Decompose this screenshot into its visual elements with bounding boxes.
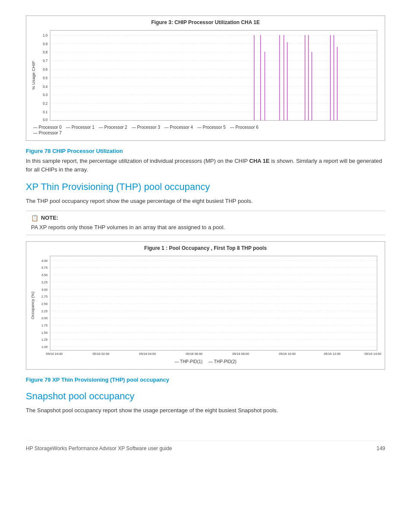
svg-text:0.6: 0.6 [43, 67, 47, 72]
footer: HP StorageWorks Performance Advisor XP S… [26, 441, 385, 451]
svg-text:0.9: 0.9 [43, 41, 47, 46]
svg-text:05/16 08:00: 05/16 08:00 [232, 352, 249, 356]
svg-rect-23 [50, 31, 377, 121]
svg-text:3.75: 3.75 [41, 266, 47, 270]
figure78-caption: Figure 78 CHIP Processor Utilization [26, 148, 385, 154]
svg-text:2.75: 2.75 [41, 295, 47, 299]
chart1-legend: — Processor 0 — Processor 1 — Processor … [30, 124, 381, 131]
section2-body: The Snapshot pool occupancy report show … [26, 406, 385, 415]
svg-text:2.00: 2.00 [41, 316, 47, 320]
svg-text:1.25: 1.25 [41, 338, 47, 342]
svg-text:0.8: 0.8 [43, 50, 47, 55]
chart1-legend-row2: — Processor 7 [30, 131, 381, 137]
svg-text:05/16 02:00: 05/16 02:00 [93, 352, 109, 356]
svg-text:2.25: 2.25 [41, 309, 47, 313]
chart2-title: Figure 1 : Pool Occupancy , First Top 8 … [30, 245, 381, 251]
svg-text:Occupancy (%): Occupancy (%) [31, 292, 35, 319]
svg-text:05/16 10:00: 05/16 10:00 [279, 352, 296, 356]
svg-text:2.50: 2.50 [41, 302, 47, 306]
section2-heading: Snapshot pool occupancy [26, 391, 385, 402]
chart1-svg: % Usage CHIP 1.0 0.9 0.8 0.7 0.6 0.5 0.4… [30, 28, 381, 123]
svg-text:0.3: 0.3 [43, 93, 47, 97]
page-number: 149 [377, 445, 385, 451]
chart1-title: Figure 3: CHIP Processor Utilization CHA… [30, 19, 381, 25]
svg-text:05/16 14:00: 05/16 14:00 [364, 352, 381, 356]
figure78-body: In this sample report, the percentage ut… [26, 157, 385, 174]
note-text: PA XP reports only those THP volumes in … [31, 223, 380, 232]
svg-text:0.2: 0.2 [43, 101, 47, 106]
svg-text:% Usage CHIP: % Usage CHIP [31, 61, 35, 90]
figure79-caption: Figure 79 XP Thin Provisioning (THP) poo… [26, 376, 385, 383]
svg-text:05/16 12:00: 05/16 12:00 [324, 352, 341, 356]
note-label: 📋 NOTE: [31, 215, 380, 221]
section1-body: The THP pool occupancy report show the u… [26, 197, 385, 205]
chart2-legend: — THP-PID(1) — THP-PID(2) [30, 358, 381, 366]
chart2-svg: Occupancy (%) 4.00 3.75 3.50 3.25 3.00 2… [30, 254, 381, 357]
svg-text:3.00: 3.00 [41, 287, 47, 291]
svg-text:05/16 06:00: 05/16 06:00 [186, 352, 202, 356]
svg-rect-73 [50, 256, 377, 350]
svg-text:1.75: 1.75 [41, 324, 47, 327]
svg-text:0.1: 0.1 [43, 110, 47, 115]
note-block: 📋 NOTE: PA XP reports only those THP vol… [26, 211, 385, 236]
svg-text:1.0: 1.0 [43, 33, 47, 37]
svg-text:0.7: 0.7 [43, 59, 47, 63]
svg-text:0.4: 0.4 [43, 84, 47, 89]
svg-text:3.25: 3.25 [41, 280, 47, 284]
svg-text:0.5: 0.5 [43, 75, 47, 80]
svg-text:0.0: 0.0 [43, 117, 47, 122]
note-icon: 📋 [31, 215, 38, 221]
figure-box-chip: Figure 3: CHIP Processor Utilization CHA… [26, 16, 385, 141]
svg-text:05/16 04:00: 05/16 04:00 [139, 352, 156, 356]
svg-text:4.00: 4.00 [41, 259, 47, 263]
footer-text: HP StorageWorks Performance Advisor XP S… [26, 445, 172, 451]
section1-heading: XP Thin Provisioning (THP) pool occupanc… [26, 181, 385, 193]
svg-text:1.50: 1.50 [41, 331, 47, 335]
chip-bold: CHA 1E [249, 158, 270, 164]
figure-box-pool: Figure 1 : Pool Occupancy , First Top 8 … [26, 241, 385, 370]
svg-text:3.50: 3.50 [41, 273, 47, 277]
svg-text:05/16 24:00: 05/16 24:00 [46, 352, 63, 356]
svg-text:1.00: 1.00 [41, 345, 47, 349]
